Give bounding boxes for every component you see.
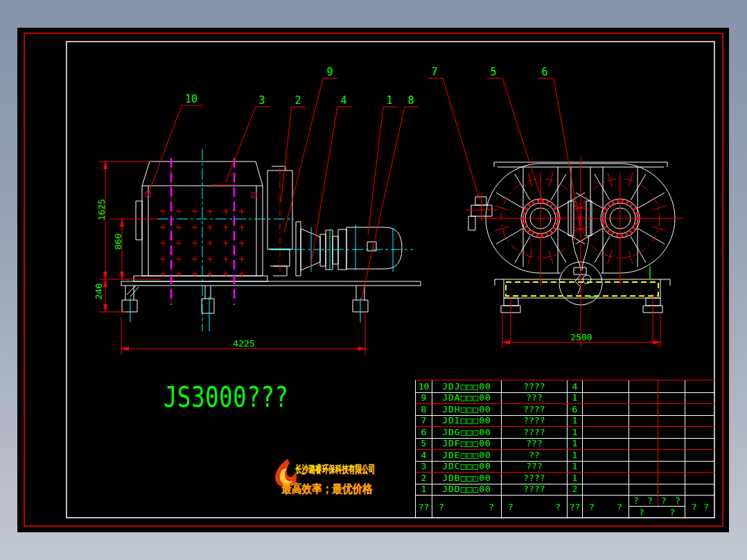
table-row: 8JDH□□□00????6 [416, 403, 715, 415]
item-no: 4 [416, 449, 432, 461]
footer-cell: ?? [502, 495, 568, 518]
table-row: 10JDJ□□□00????4 [416, 380, 715, 392]
callout-1: 1 [380, 94, 399, 107]
callout-3: 3 [252, 94, 272, 107]
item-no: 10 [416, 380, 432, 392]
item-code: JDG□□□00 [432, 426, 502, 438]
item-qty: 4 [568, 380, 583, 392]
item-no: 9 [416, 392, 432, 404]
item-code: JDF□□□00 [432, 438, 502, 450]
row-line [416, 484, 714, 484]
row-line [416, 472, 714, 473]
parts-table: 10JDJ□□□00????4 9JDA□□□00???1 8JDH□□□00?… [415, 380, 714, 518]
item-code: JDE□□□00 [432, 449, 502, 461]
item-name: ??? [502, 392, 568, 404]
item-name: ???? [502, 415, 568, 427]
company-slogan: 最高效率；最优价格 [281, 481, 373, 497]
item-qty: 1 [568, 461, 583, 473]
cad-viewer-window: 10 3 2 9 4 1 8 7 5 6 1625 860 240 4225 2… [0, 0, 747, 560]
footer-cell: ?? [568, 495, 583, 518]
item-name: ???? [502, 380, 568, 392]
table-row: 9JDA□□□00???1 [416, 392, 715, 404]
table-row: 1JDD□□□00????2 [416, 484, 715, 496]
item-name: ???? [502, 403, 568, 415]
item-no: 5 [416, 438, 432, 450]
row-line [416, 426, 714, 427]
item-code: JDA□□□00 [432, 392, 502, 404]
item-code: JDJ□□□00 [432, 380, 502, 392]
footer-cell: ?? [416, 495, 432, 518]
item-name: ??? [502, 461, 568, 473]
dim-side-width: 2500 [554, 332, 609, 342]
item-name: ???? [502, 472, 568, 484]
item-qty: 1 [568, 472, 583, 484]
callout-10: 10 [182, 93, 201, 105]
callout-4: 4 [334, 94, 353, 107]
item-no: 3 [416, 461, 432, 473]
table-row: 2JDB□□□00????1 [416, 472, 715, 484]
callout-7: 7 [425, 66, 444, 78]
row-line [416, 415, 714, 416]
item-name: ???? [502, 484, 568, 496]
red-column-line [658, 380, 658, 507]
row-line [416, 449, 714, 450]
footer-cell: ?? [432, 495, 502, 518]
dim-total-height: 1625 [96, 189, 107, 231]
footer-cell-split: ???? ?? [629, 495, 685, 518]
item-no: 1 [416, 484, 432, 496]
row-line [416, 403, 714, 404]
item-qty: 1 [568, 438, 583, 450]
item-no: 7 [416, 415, 432, 427]
item-qty: 1 [568, 426, 583, 438]
company-name: 长沙璐睿环保科技有限公司 [295, 463, 375, 476]
footer-cell: ?? [685, 495, 715, 518]
row-line [416, 461, 714, 462]
callout-2: 2 [288, 94, 308, 107]
table-row: 4JDE□□□00??1 [416, 449, 715, 461]
title-block-footer: ?? ?? ?? ?? ?? ???? ?? ?? [416, 495, 715, 518]
dim-axis-height: 860 [113, 221, 123, 263]
item-qty: 2 [568, 484, 583, 496]
item-qty: 6 [568, 403, 583, 415]
dim-base-height: 240 [94, 271, 104, 313]
row-line [416, 438, 714, 439]
table-row: 7JDI□□□00????1 [416, 415, 715, 427]
item-name: ?? [502, 449, 568, 461]
callout-6: 6 [535, 66, 554, 78]
item-qty: 1 [568, 415, 583, 427]
row-line [416, 392, 714, 393]
item-no: 2 [416, 472, 432, 484]
table-row: 5JDF□□□00???1 [416, 438, 715, 450]
table-row: 6JDG□□□00????1 [416, 426, 715, 438]
item-code: JDC□□□00 [432, 461, 502, 473]
item-code: JDD□□□00 [432, 484, 502, 496]
item-name: ???? [502, 426, 568, 438]
drawing-title: JS3000??? [164, 381, 289, 413]
item-code: JDI□□□00 [432, 415, 502, 427]
callout-8: 8 [401, 94, 421, 107]
item-qty: 1 [568, 449, 583, 461]
callout-5: 5 [484, 66, 503, 78]
item-qty: 1 [568, 392, 583, 404]
footer-cell: ?? [583, 495, 629, 518]
item-no: 6 [416, 426, 432, 438]
callout-9: 9 [320, 66, 340, 78]
dim-front-width: 4225 [216, 338, 272, 349]
item-name: ??? [502, 438, 568, 450]
table-row: 3JDC□□□00???1 [416, 461, 715, 473]
item-code: JDH□□□00 [432, 403, 502, 415]
item-code: JDB□□□00 [432, 472, 502, 484]
item-no: 8 [416, 403, 432, 415]
